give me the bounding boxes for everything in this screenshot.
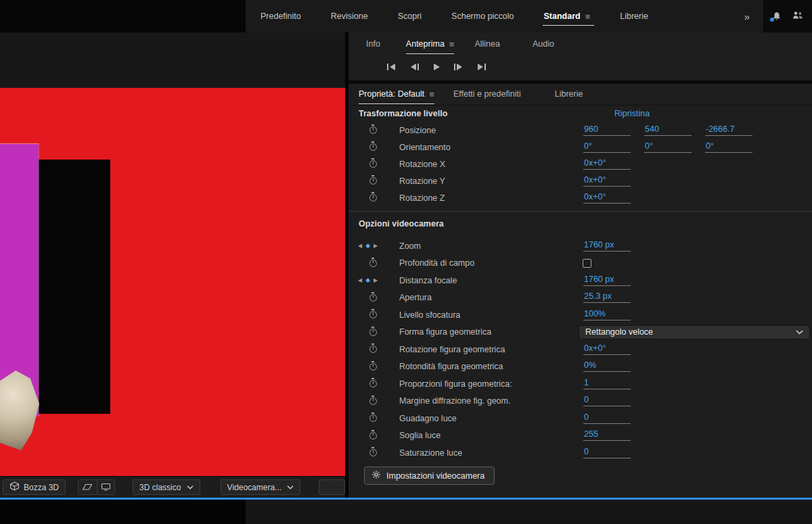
property-values: 0x+0°	[583, 159, 812, 170]
property-label: Proporzioni figura geometrica:	[399, 379, 583, 389]
property-values: 255	[583, 430, 812, 441]
stopwatch-icon[interactable]	[369, 329, 377, 336]
workspace-tab-librerie[interactable]: Librerie	[605, 0, 663, 32]
property-values: 0%	[583, 361, 812, 372]
tab-effetti-e-predefiniti[interactable]: Effetti e predefiniti	[453, 89, 521, 100]
saturazione-luce-value[interactable]: 0	[583, 448, 631, 458]
extended-viewer-toggle[interactable]	[97, 480, 115, 494]
orientamento-value-2[interactable]: 0°	[705, 142, 752, 153]
profondit-di-campo-checkbox[interactable]	[583, 259, 591, 268]
property-row-rotazione-y: Rotazione Y0x+0°	[348, 172, 812, 189]
tab-proprieta-default[interactable]: Proprietà: Default ≡	[359, 89, 434, 101]
guadagno-luce-value[interactable]: 0	[583, 413, 631, 424]
workspace-tab-predefinito[interactable]: Predefinito	[246, 0, 316, 32]
workspace-tab-standard[interactable]: Standard ≡	[529, 0, 606, 32]
section-title: Trasformazione livello	[359, 109, 447, 118]
next-frame-button[interactable]	[451, 60, 467, 74]
draft-3d-button[interactable]: Bozza 3D	[3, 479, 66, 495]
tab-anteprima[interactable]: Anteprima ≡	[406, 39, 455, 51]
renderer-dropdown[interactable]: 3D classico	[133, 479, 200, 495]
stopwatch-icon[interactable]	[369, 311, 377, 318]
property-row-saturazione-luce: Saturazione luce0	[348, 444, 812, 462]
play-button[interactable]	[428, 60, 445, 74]
soglia-luce-value[interactable]: 255	[583, 430, 631, 441]
stopwatch-icon[interactable]	[369, 143, 377, 151]
stopwatch-icon[interactable]	[369, 346, 377, 353]
stopwatch-icon[interactable]	[369, 177, 377, 185]
properties-tab-strip: Proprietà: Default ≡ Effetti e predefini…	[348, 85, 812, 104]
livello-sfocatura-value[interactable]: 100%	[583, 310, 631, 320]
stopwatch-icon[interactable]	[369, 126, 377, 134]
keyframe-diamond-icon[interactable]: ◆	[365, 277, 370, 283]
rotazione-figura-geometrica-value[interactable]: 0x+0°	[583, 344, 631, 355]
stopwatch-icon[interactable]	[369, 432, 377, 439]
apertura-value[interactable]: 25.3 px	[583, 292, 631, 303]
go-to-end-button[interactable]	[473, 60, 489, 74]
previous-frame-button[interactable]	[406, 60, 422, 74]
workspace-tab-schermo-piccolo[interactable]: Schermo piccolo	[436, 0, 528, 32]
workspace-menu-icon[interactable]: ≡	[585, 11, 591, 22]
property-row-soglia-luce: Soglia luce255	[348, 427, 812, 445]
workspace-tab-label: Predefinito	[261, 11, 301, 21]
workspace-overflow-chevron-icon[interactable]: »	[731, 11, 763, 22]
panel-menu-icon[interactable]: ≡	[449, 39, 455, 49]
workspace-tab-label: Scopri	[398, 11, 422, 21]
workspace-tab-revisione[interactable]: Revisione	[316, 0, 383, 32]
stopwatch-icon[interactable]	[369, 294, 377, 302]
composition-viewer[interactable]: Bozza 3D 3D classico Videoc	[0, 32, 345, 498]
property-values: 25.3 px	[583, 292, 812, 303]
team-share-icon[interactable]	[792, 10, 803, 22]
chevron-down-icon	[796, 330, 803, 335]
property-label: Zoom	[399, 241, 583, 251]
stopwatch-icon[interactable]	[369, 449, 377, 456]
black-solid-layer[interactable]	[39, 160, 110, 414]
stopwatch-icon[interactable]	[369, 414, 377, 422]
go-to-start-button[interactable]	[384, 60, 400, 74]
forma-figura-geometrica-dropdown[interactable]: Rettangolo veloce	[579, 325, 810, 339]
posizione-value-2[interactable]: -2666.7	[705, 125, 752, 136]
property-label: Rotazione Y	[399, 176, 583, 186]
next-keyframe-icon[interactable]: ▶	[374, 278, 378, 283]
rotazione-z-value-0[interactable]: 0x+0°	[583, 193, 631, 204]
stopwatch-icon[interactable]	[369, 363, 377, 371]
next-keyframe-icon[interactable]: ▶	[374, 243, 378, 249]
reset-link[interactable]: Ripristina	[614, 109, 650, 118]
property-values: Rettangolo veloce	[583, 325, 812, 339]
posizione-value-0[interactable]: 960	[583, 125, 631, 136]
stopwatch-icon[interactable]	[369, 260, 377, 267]
ground-plane-toggle[interactable]	[78, 480, 96, 494]
property-label: Margine diffrazione fig. geom.	[399, 396, 583, 406]
zoom-value[interactable]: 1760 px	[583, 241, 631, 252]
rotazione-x-value-0[interactable]: 0x+0°	[583, 159, 631, 170]
stopwatch-icon[interactable]	[369, 398, 377, 405]
distanza-focale-value[interactable]: 1760 px	[583, 275, 631, 286]
orientamento-value-0[interactable]: 0°	[583, 142, 631, 153]
tab-label: Proprietà: Default	[359, 89, 424, 99]
notifications-icon[interactable]	[772, 11, 782, 22]
proporzioni-figura-geometrica-value[interactable]: 1	[583, 379, 631, 389]
stopwatch-icon[interactable]	[369, 380, 377, 387]
property-row-guadagno-luce: Guadagno luce0	[348, 410, 812, 427]
camera-view-dropdown[interactable]: Videocamera...	[221, 479, 300, 495]
tab-info[interactable]: Info	[366, 39, 380, 50]
clipped-toolbar-button[interactable]	[319, 479, 345, 495]
previous-keyframe-icon[interactable]: ◀	[358, 278, 362, 283]
keyframe-diamond-icon[interactable]: ◆	[365, 243, 370, 249]
stopwatch-icon[interactable]	[369, 194, 377, 201]
property-values: 1760 px	[583, 275, 812, 286]
properties-menu-icon[interactable]: ≡	[429, 89, 434, 99]
tab-audio[interactable]: Audio	[533, 39, 554, 50]
tab-label: Audio	[533, 39, 554, 49]
margine-diffrazione-fig-geom-value[interactable]: 0	[583, 396, 631, 406]
camera-settings-button[interactable]: Impostazioni videocamera	[364, 467, 495, 485]
rotondit-figura-geometrica-value[interactable]: 0%	[583, 361, 631, 372]
rotazione-y-value-0[interactable]: 0x+0°	[583, 176, 631, 187]
stopwatch-icon[interactable]	[369, 160, 377, 168]
workspace-tab-scopri[interactable]: Scopri	[383, 0, 436, 32]
property-label: Livello sfocatura	[399, 310, 583, 320]
posizione-value-1[interactable]: 540	[644, 125, 692, 136]
tab-librerie[interactable]: Librerie	[555, 89, 583, 100]
orientamento-value-1[interactable]: 0°	[644, 142, 692, 153]
previous-keyframe-icon[interactable]: ◀	[358, 243, 362, 249]
tab-allinea[interactable]: Allinea	[474, 39, 500, 50]
